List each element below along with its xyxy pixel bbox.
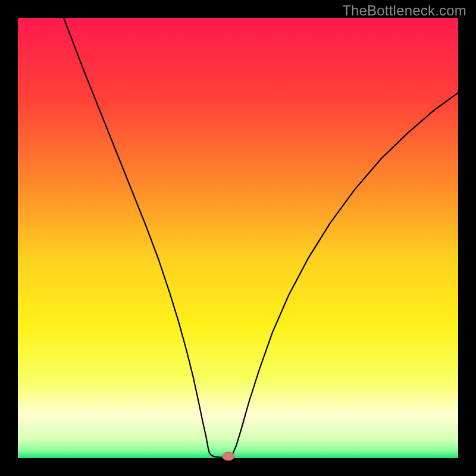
watermark-text: TheBottleneck.com (342, 2, 466, 19)
chart-frame: TheBottleneck.com (0, 0, 476, 476)
optimal-point-marker (223, 452, 234, 461)
bottleneck-chart (0, 0, 476, 476)
chart-background (18, 18, 458, 458)
